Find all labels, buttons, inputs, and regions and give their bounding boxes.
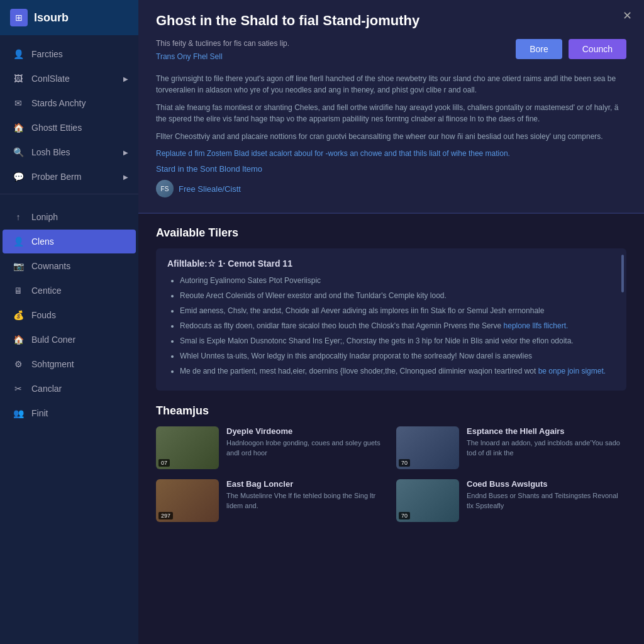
sidebar-item-stards-anchty[interactable]: ✉ Stards Anchty (3, 91, 136, 115)
counch-button[interactable]: Counch (569, 39, 626, 59)
sidebar-item-cownants[interactable]: 📷 Cownants (3, 254, 136, 278)
card-info: East Bag Loncler The Mustelinre Vhe lf f… (226, 479, 386, 511)
inline-link[interactable]: be onpe join sigmet. (538, 367, 606, 375)
card-badge: 297 (158, 512, 173, 519)
user-icon: 👤 (13, 236, 24, 247)
chat-icon: 💬 (13, 171, 24, 182)
card-desc: Hadnloogon lrobe gonding, coues and sole… (226, 438, 386, 458)
sidebar-item-sohtgment[interactable]: ⚙ Sohtgment (3, 352, 136, 376)
modal-subtitle: This feity & tuclines for fis can saties… (156, 39, 289, 48)
sidebar-item-label: Buld Coner (31, 335, 75, 345)
close-button[interactable]: ✕ (619, 8, 635, 24)
sidebar-item-loniph[interactable]: ↑ Loniph (3, 205, 136, 229)
list-item: Redocuts as flty doen, onidlar ftare sic… (180, 320, 615, 331)
sidebar-item-fouds[interactable]: 💰 Fouds (3, 303, 136, 327)
cards-grid: 07 Dyeple Virdeome Hadnloogon lrobe gond… (156, 426, 626, 522)
group-icon: 👥 (13, 408, 24, 419)
sidebar-item-buld-coner[interactable]: 🏠 Buld Coner (3, 328, 136, 352)
author-row: FS Free Slieale/Cistt (156, 180, 626, 197)
scrollbar[interactable] (621, 255, 624, 292)
card-badge: 70 (399, 459, 410, 467)
bore-button[interactable]: Bore (516, 39, 562, 59)
card-title: Esptance the Hlell Agairs (467, 426, 626, 436)
bottom-panel: Available Tilers Afiltlable:☆ 1· Cemot S… (138, 214, 644, 644)
sidebar-item-label: Loniph (31, 212, 58, 222)
card-desc: The Mustelinre Vhe lf fie tehled boing t… (226, 491, 386, 511)
chevron-right-icon: ▶ (123, 174, 128, 180)
sidebar-header: ⊞ lsourb (0, 0, 138, 35)
modal-para3: Fllter Cheosttviy and and placaire notti… (156, 131, 626, 142)
card-thumbnail: 70 (396, 479, 459, 522)
sidebar-item-prober-berm[interactable]: 💬 Prober Berm ▶ (3, 165, 136, 189)
card-item: 297 East Bag Loncler The Mustelinre Vhe … (156, 479, 386, 522)
sidebar-divider (0, 194, 138, 194)
sidebar-item-label: Cownants (31, 261, 70, 271)
modal-subtitle-row: This feity & tuclines for fis can saties… (156, 39, 626, 62)
card-title: Dyeple Virdeome (226, 426, 386, 436)
available-tilers-title: Available Tilers (156, 226, 626, 240)
list-item: Smal is Exple Malon Dusnotonc Shand Ins … (180, 335, 615, 347)
list-item: Me de and the partient, mest had,eier, d… (180, 365, 615, 377)
list-item: Whlel Unntes ta·uits, Wor ledgy in this … (180, 350, 615, 362)
author-avatar: FS (156, 180, 174, 197)
modal-highlight-link[interactable]: Replaute d fim Zostem Blad idset acalort… (156, 148, 626, 159)
card-info: Dyeple Virdeome Hadnloogon lrobe gonding… (226, 426, 386, 458)
sidebar-item-label: Centice (31, 286, 61, 296)
camera-icon: 📷 (13, 260, 24, 272)
sidebar-item-label: Prober Berm (31, 172, 81, 182)
chevron-right-icon: ▶ (123, 149, 128, 156)
monitor-icon: 🖥 (13, 285, 24, 296)
sidebar-item-label: Stards Anchty (31, 98, 86, 108)
card-badge: 07 (158, 459, 170, 467)
sidebar-item-finit[interactable]: 👥 Finit (3, 401, 136, 425)
sidebar-title: lsourb (34, 11, 69, 25)
gear-icon: ⚙ (13, 358, 24, 370)
sidebar-item-centice[interactable]: 🖥 Centice (3, 279, 136, 303)
inline-link[interactable]: heplone llfs flichert. (504, 321, 569, 330)
sidebar-item-label: Fouds (31, 310, 56, 320)
home-icon: 🏠 (13, 334, 24, 345)
sidebar: ⊞ lsourb 👤 Farcties 🖼 ConlSlate ▶ ✉ Star… (0, 0, 138, 644)
sidebar-top-nav: 👤 Farcties 🖼 ConlSlate ▶ ✉ Stards Anchty… (0, 35, 138, 644)
sidebar-item-conlslate[interactable]: 🖼 ConlSlate ▶ (3, 67, 136, 91)
card-desc: The lnoard an addon, yad incblods ande'Y… (467, 438, 626, 458)
card-thumbnail: 07 (156, 426, 219, 469)
sidebar-item-canclar[interactable]: ✂ Canclar (3, 377, 136, 401)
modal-body: The grivnsight to file there yout's agon… (156, 73, 626, 197)
available-tilers-box: Afiltlable:☆ 1· Cemot Stard 11 Autoring … (156, 248, 626, 391)
author-name[interactable]: Free Slieale/Cistt (179, 184, 241, 194)
sidebar-item-losh-bles[interactable]: 🔍 Losh Bles ▶ (3, 140, 136, 164)
mail-icon: ✉ (13, 97, 24, 109)
list-item: Emid aeness, Chslv, the andst, Choide al… (180, 305, 615, 316)
card-item: 07 Dyeple Virdeome Hadnloogon lrobe gond… (156, 426, 386, 469)
home-icon: 🏠 (13, 122, 24, 133)
sidebar-item-label: Farcties (31, 49, 63, 59)
sidebar-item-label: Finit (31, 408, 48, 418)
modal-para2: Thiat ale fneang fas montiest or shantin… (156, 102, 626, 125)
modal-link[interactable]: Trans Ony Fhel Sell (156, 52, 223, 61)
card-thumbnail: 297 (156, 479, 219, 522)
theamjus-title: Theamjus (156, 404, 626, 418)
card-badge: 70 (399, 512, 410, 519)
sidebar-item-farcties[interactable]: 👤 Farcties (3, 42, 136, 66)
modal-buttons: Bore Counch (516, 39, 626, 59)
card-desc: Endnd Buses or Shants and Teitsingstes R… (467, 491, 626, 511)
card-thumbnail: 70 (396, 426, 459, 469)
modal-sub-link[interactable]: Stard in the Sont Blond ltemo (156, 164, 626, 174)
main-content: ✕ Ghost in the Shald to fial Stand-jomut… (138, 0, 644, 644)
card-item: 70 Coed Buss Awslguts Endnd Buses or Sha… (396, 479, 626, 522)
sidebar-item-label: Clens (31, 236, 54, 247)
modal-para1: The grivnsight to file there yout's agon… (156, 73, 626, 96)
sidebar-bottom-nav: ↑ Loniph 👤 Clens 📷 Cownants 🖥 Centice 💰 … (0, 199, 138, 431)
sidebar-item-label: Sohtgment (31, 359, 74, 369)
sidebar-item-label: Canclar (31, 384, 62, 394)
scissors-icon: ✂ (13, 383, 24, 394)
sidebar-item-ghostt-etties[interactable]: 🏠 Ghostt Etties (3, 116, 136, 140)
modal-title: Ghost in the Shald to fial Stand-jomuthy (156, 13, 626, 29)
sidebar-item-label: Ghostt Etties (31, 123, 82, 133)
chevron-right-icon: ▶ (123, 75, 128, 82)
card-title: Coed Buss Awslguts (467, 479, 626, 489)
user-icon: 👤 (13, 48, 24, 60)
card-info: Coed Buss Awslguts Endnd Buses or Shants… (467, 479, 626, 511)
sidebar-item-clens[interactable]: 👤 Clens (3, 230, 136, 253)
